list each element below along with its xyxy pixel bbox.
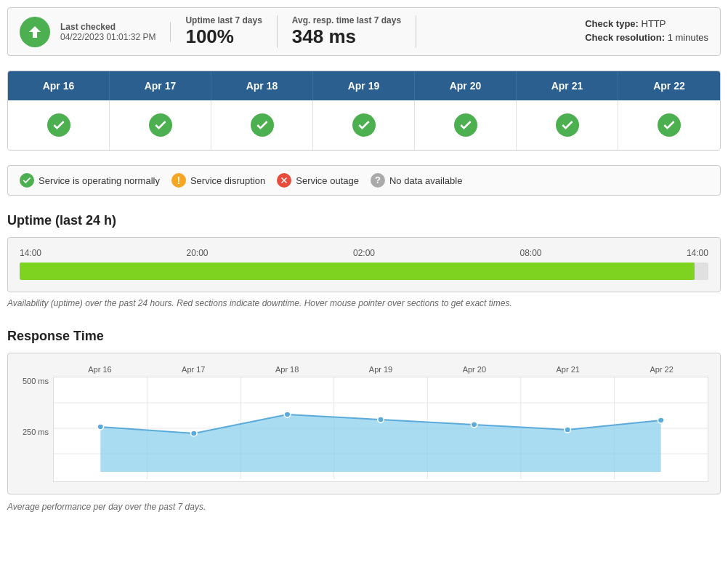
check-type-value: HTTP — [642, 18, 666, 29]
uptime-value: 100% — [185, 25, 262, 48]
status-check-2 — [251, 113, 274, 137]
response-chart-container: Apr 16 Apr 17 Apr 18 Apr 19 Apr 20 Apr 2… — [7, 353, 721, 494]
uptime-caption: Availability (uptime) over the past 24 h… — [7, 298, 721, 308]
uptime-chart: 14:00 20:00 02:00 08:00 14:00 — [7, 237, 721, 292]
calendar-header-day-0: Apr 16 — [8, 71, 110, 100]
calendar-cell-2 — [211, 100, 313, 150]
calendar-cell-5 — [517, 100, 618, 150]
uptime-section: Uptime (last 24 h) 14:00 20:00 02:00 08:… — [7, 213, 721, 308]
avg-resp-label: Avg. resp. time last 7 days — [292, 15, 401, 25]
legend-disruption-icon: ! — [171, 173, 186, 188]
calendar-header-day-6: Apr 22 — [618, 71, 720, 100]
avg-resp-section: Avg. resp. time last 7 days 348 ms — [278, 15, 416, 48]
calendar-header-day-4: Apr 20 — [415, 71, 517, 100]
legend: Service is operating normally ! Service … — [7, 165, 721, 196]
uptime-label-2: 02:00 — [353, 248, 375, 258]
calendar-cell-3 — [313, 100, 415, 150]
legend-item-disruption: ! Service disruption — [171, 173, 265, 188]
status-bar: Last checked 04/22/2023 01:01:32 PM Upti… — [7, 7, 721, 56]
status-up-icon — [20, 17, 50, 47]
avg-resp-value: 348 ms — [292, 25, 401, 48]
legend-item-nodata: ? No data available — [371, 173, 462, 188]
last-checked-section: Last checked 04/22/2023 01:01:32 PM — [60, 22, 171, 42]
calendar-body — [8, 100, 720, 150]
rc-x-label-1: Apr 17 — [147, 365, 240, 374]
check-type-label: Check type: — [585, 18, 639, 29]
svg-point-12 — [97, 424, 104, 430]
check-resolution-line: Check resolution: 1 minutes — [585, 32, 708, 43]
svg-point-18 — [658, 417, 664, 423]
rc-x-label-5: Apr 21 — [521, 365, 615, 374]
status-check-6 — [658, 113, 681, 137]
uptime-label-0: 14:00 — [20, 248, 41, 258]
uptime-bar — [20, 263, 695, 280]
legend-ok-icon — [20, 173, 34, 188]
rc-x-label-0: Apr 16 — [53, 365, 147, 374]
rc-x-label-6: Apr 22 — [615, 365, 708, 374]
status-check-5 — [556, 113, 579, 137]
rc-x-label-2: Apr 18 — [240, 365, 334, 374]
status-check-0 — [47, 113, 70, 137]
uptime-label-1: 20:00 — [186, 248, 208, 258]
calendar-header-day-5: Apr 21 — [517, 71, 618, 100]
uptime-time-labels: 14:00 20:00 02:00 08:00 14:00 — [20, 248, 708, 258]
calendar-header-day-2: Apr 18 — [211, 71, 313, 100]
svg-point-15 — [378, 417, 384, 422]
legend-item-outage: Service outage — [277, 173, 359, 188]
status-check-4 — [454, 113, 477, 137]
calendar-header-day-3: Apr 19 — [313, 71, 415, 100]
check-resolution-label: Check resolution: — [585, 32, 665, 43]
last-checked-label: Last checked — [60, 22, 155, 32]
legend-outage-label: Service outage — [296, 175, 359, 186]
uptime-section: Uptime last 7 days 100% — [171, 15, 277, 48]
calendar-cell-1 — [110, 100, 211, 150]
legend-outage-icon — [277, 173, 291, 188]
check-type-line: Check type: HTTP — [585, 18, 708, 29]
rc-x-labels: Apr 16 Apr 17 Apr 18 Apr 19 Apr 20 Apr 2… — [20, 365, 708, 374]
rc-svg — [54, 377, 708, 479]
legend-item-ok: Service is operating normally — [20, 173, 160, 188]
rc-y-label-250: 250 ms — [23, 428, 49, 436]
svg-point-13 — [191, 430, 198, 436]
svg-marker-11 — [100, 414, 660, 472]
svg-point-17 — [565, 427, 571, 433]
check-resolution-value: 1 minutes — [668, 32, 708, 43]
calendar-cell-4 — [415, 100, 517, 150]
rc-chart-body: 500 ms 250 ms — [20, 377, 708, 482]
check-meta-section: Check type: HTTP Check resolution: 1 min… — [570, 18, 708, 46]
rc-y-label-500: 500 ms — [23, 377, 49, 385]
calendar-cell-6 — [618, 100, 720, 150]
svg-point-16 — [471, 422, 477, 428]
rc-x-label-4: Apr 20 — [427, 365, 521, 374]
rc-y-axis: 500 ms 250 ms — [20, 377, 53, 478]
calendar-container: Apr 16 Apr 17 Apr 18 Apr 19 Apr 20 Apr 2… — [7, 71, 721, 151]
rc-x-label-3: Apr 19 — [334, 365, 428, 374]
status-check-3 — [352, 113, 376, 137]
legend-nodata-icon: ? — [371, 173, 385, 188]
response-time-title: Response Time — [7, 329, 721, 344]
uptime-label: Uptime last 7 days — [185, 15, 262, 25]
legend-disruption-label: Service disruption — [190, 175, 265, 186]
uptime-bar-bg — [20, 263, 708, 280]
response-caption: Average performance per day over the pas… — [7, 502, 721, 512]
calendar-header-day-1: Apr 17 — [110, 71, 211, 100]
svg-point-14 — [284, 412, 291, 417]
last-checked-value: 04/22/2023 01:01:32 PM — [60, 32, 155, 42]
rc-svg-container — [53, 377, 708, 482]
status-check-1 — [149, 113, 172, 137]
uptime-label-4: 14:00 — [687, 248, 708, 258]
response-time-section: Response Time Apr 16 Apr 17 Apr 18 Apr 1… — [7, 329, 721, 512]
legend-nodata-label: No data available — [389, 175, 462, 186]
legend-ok-label: Service is operating normally — [39, 175, 160, 186]
calendar-cell-0 — [8, 100, 110, 150]
calendar-header: Apr 16 Apr 17 Apr 18 Apr 19 Apr 20 Apr 2… — [8, 71, 720, 100]
uptime-label-3: 08:00 — [519, 248, 541, 258]
uptime-title: Uptime (last 24 h) — [7, 213, 721, 228]
